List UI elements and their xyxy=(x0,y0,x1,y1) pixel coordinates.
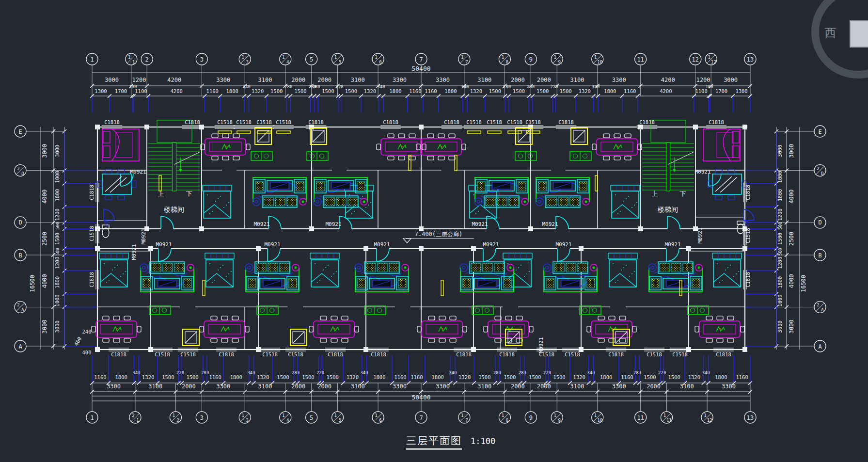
kitchen-counter xyxy=(149,306,171,315)
door-swing xyxy=(158,249,171,261)
grid-bubble-label: D xyxy=(18,219,22,226)
detail-dim: 1500 xyxy=(270,88,283,94)
door-tag: M0921 xyxy=(664,241,680,248)
grid-bubble-label: 1 xyxy=(594,55,597,60)
structural-column xyxy=(309,226,314,231)
detail-dim: 1500 xyxy=(322,88,334,94)
grid-bubble: 11 xyxy=(635,412,647,423)
grid-bubble-label: 3 xyxy=(246,418,249,423)
structural-column xyxy=(742,347,747,352)
grid-bubble-label: 1 xyxy=(282,55,284,60)
structural-column xyxy=(419,125,424,129)
window-tag: C1818 xyxy=(745,185,751,200)
window-tag: C1518 xyxy=(745,228,751,243)
detail-dim: 220 xyxy=(316,370,324,375)
grid-bubble: B xyxy=(814,249,826,261)
grid-bubble-label: 1 xyxy=(334,413,337,418)
double-bed-cyan xyxy=(608,253,637,287)
dining-table-magenta xyxy=(416,134,466,160)
sofa-tv-group xyxy=(474,177,528,207)
detail-dim: 220 xyxy=(335,84,343,89)
detail-dim: 280 xyxy=(312,84,320,89)
sofa-tv-group xyxy=(314,177,367,207)
detail-dim: 1500 xyxy=(302,374,314,380)
window-sill xyxy=(237,131,251,133)
structural-column xyxy=(144,125,149,129)
grid-bubble-label: B xyxy=(818,252,821,259)
sofa-tv-group xyxy=(253,177,306,207)
grid-bubble-label: 11 xyxy=(666,418,672,423)
grid-bubble: 5 xyxy=(306,412,317,423)
axis-spacing-dim: 2500 xyxy=(41,232,48,246)
grid-bubble-label: 12 xyxy=(711,60,716,64)
kitchen-counter xyxy=(472,306,493,315)
axis-spacing-dim: 2000 xyxy=(537,383,551,390)
total-height-dim: 16500 xyxy=(800,275,807,292)
grid-bubble: D xyxy=(15,217,26,228)
double-bed-magenta xyxy=(102,129,139,161)
grid-bubble: 19 xyxy=(551,53,563,65)
door-tag: M0921 xyxy=(697,227,703,243)
window-tag: C1518 xyxy=(155,351,170,357)
axis-spacing-dim: 3000 xyxy=(788,319,795,334)
grid-bubble-label: 2 xyxy=(17,303,19,307)
corner-dim: 240 xyxy=(82,329,92,335)
axis-spacing-dim: 4200 xyxy=(661,77,675,83)
window-tag: C1818 xyxy=(716,351,731,357)
cad-viewport[interactable]: 1112313145151671718919110111211213121123… xyxy=(0,0,868,462)
axis-spacing-dim: 3100 xyxy=(570,383,584,390)
shower-pan xyxy=(255,128,271,144)
double-bed-cyan xyxy=(310,253,339,287)
structural-column xyxy=(363,347,368,352)
structural-column xyxy=(95,347,100,352)
elevation-note: 7.400(三层公廊) xyxy=(415,231,463,238)
axis-spacing-dim: 3100 xyxy=(351,383,365,390)
detail-dim: 1800 xyxy=(777,276,783,288)
sofa-tv-group xyxy=(536,177,589,207)
detail-dim: 1320 xyxy=(579,88,591,94)
dining-table-magenta xyxy=(695,316,744,342)
axis-spacing-dim: 2000 xyxy=(537,77,551,83)
axis-spacing-dim: 1200 xyxy=(132,77,146,83)
axis-spacing-dim: 2000 xyxy=(511,77,525,83)
detail-dim: 500 xyxy=(778,222,783,230)
detail-dim: 1160 xyxy=(394,374,406,380)
grid-bubble-label: 11 xyxy=(637,414,644,421)
door-swing xyxy=(557,249,570,261)
window-tag: C1818 xyxy=(639,119,655,125)
grid-bubble: 2D xyxy=(814,165,826,176)
window-tag: C1818 xyxy=(308,119,324,125)
axis-spacing-dim: 3100 xyxy=(258,77,272,83)
detail-dim: 1300 xyxy=(735,88,747,94)
grid-bubble-label: A xyxy=(21,307,24,312)
grid-bubble: 111 xyxy=(661,412,673,423)
axis-spacing-dim: 3100 xyxy=(351,77,365,83)
detail-dim: 280 xyxy=(519,370,526,375)
grid-bubble: 18 xyxy=(499,412,510,423)
detail-dim: 220 xyxy=(543,370,551,375)
door-tag: M0921 xyxy=(472,221,488,227)
grid-bubble-label: 10 xyxy=(597,60,602,64)
detail-dim: 220 xyxy=(550,84,558,89)
total-width-dim: 50400 xyxy=(411,394,430,401)
grid-bubble-label: 12 xyxy=(692,56,699,63)
structural-column xyxy=(742,125,747,129)
corner-dim: 400 xyxy=(73,336,83,347)
axis-spacing-dim: 2000 xyxy=(647,383,661,390)
dining-table-magenta xyxy=(201,134,250,160)
grid-bubble-label: 1 xyxy=(132,60,135,64)
grid-bubble-label: 4 xyxy=(286,60,289,64)
detail-dim: 100 xyxy=(706,84,713,89)
grid-bubble-label: D xyxy=(818,219,821,226)
axis-spacing-dim: 4000 xyxy=(788,190,795,204)
floor-plan-drawing: 1112313145151671718919110111211213121123… xyxy=(0,0,868,462)
detail-dim: 1500 xyxy=(162,374,174,380)
grid-bubble-label: 4 xyxy=(286,418,289,423)
grid-bubble-label: E xyxy=(818,128,821,135)
window-sill xyxy=(441,280,443,296)
grid-bubble: 18 xyxy=(499,53,510,65)
detail-dim: 1500 xyxy=(560,88,572,94)
grid-bubble-label: 1 xyxy=(461,413,463,418)
door-tag: M0921 xyxy=(538,337,544,353)
detail-dim: 1320 xyxy=(470,88,482,94)
